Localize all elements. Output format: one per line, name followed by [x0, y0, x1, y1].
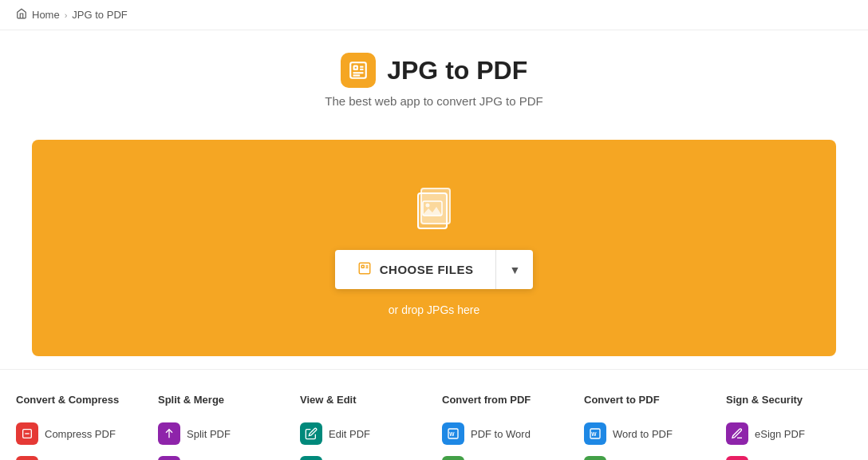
- tool-icon: W: [442, 422, 464, 445]
- tool-item[interactable]: Split PDF: [158, 417, 284, 450]
- tool-label: Split PDF: [187, 428, 231, 440]
- tool-icon: [300, 456, 322, 460]
- tool-category: View & EditEdit PDFPDF Reader: [300, 394, 426, 460]
- svg-text:W: W: [449, 431, 455, 437]
- tool-icon: [158, 456, 180, 460]
- tool-category-title: Sign & Security: [726, 394, 852, 406]
- tool-icon: [158, 422, 180, 445]
- home-icon: [16, 8, 27, 22]
- tool-item[interactable]: Unlock PDF: [726, 450, 852, 460]
- breadcrumb-home[interactable]: Home: [32, 9, 60, 21]
- svg-rect-10: [359, 263, 370, 274]
- tool-item[interactable]: Merge PDF: [158, 450, 284, 460]
- tool-label: eSign PDF: [755, 428, 805, 440]
- page-subtitle: The best web app to convert JPG to PDF: [16, 94, 852, 108]
- tool-item[interactable]: Edit PDF: [300, 417, 426, 450]
- choose-files-button-group[interactable]: CHOOSE FILES ▼: [335, 250, 534, 289]
- tool-category: Split & MergeSplit PDFMerge PDF: [158, 394, 284, 460]
- drop-zone-wrapper: CHOOSE FILES ▼ or drop JPGs here: [0, 124, 868, 369]
- tool-category-title: View & Edit: [300, 394, 426, 406]
- tool-category: Convert to PDFWWord to PDFXExcel to PDF: [584, 394, 710, 460]
- tool-label: PDF to Word: [471, 428, 531, 440]
- tool-icon: X: [584, 456, 606, 460]
- svg-rect-1: [353, 66, 357, 69]
- drop-zone[interactable]: CHOOSE FILES ▼ or drop JPGs here: [32, 140, 836, 356]
- tool-category: Sign & SecurityeSign PDFUnlock PDF: [726, 394, 852, 460]
- tool-label: Word to PDF: [613, 428, 673, 440]
- tool-icon: [16, 456, 38, 460]
- breadcrumb-current: JPG to PDF: [72, 9, 127, 21]
- choose-files-dropdown-button[interactable]: ▼: [495, 250, 533, 289]
- tool-item[interactable]: XPDF to Excel: [442, 450, 568, 460]
- tool-item[interactable]: WPDF to Word: [442, 417, 568, 450]
- tool-category-title: Convert & Compress: [16, 394, 142, 406]
- tool-category: Convert from PDFWPDF to WordXPDF to Exce…: [442, 394, 568, 460]
- tool-icon: [726, 422, 748, 445]
- tool-icon: [726, 456, 748, 460]
- app-icon: [341, 53, 376, 88]
- choose-files-label: CHOOSE FILES: [380, 263, 474, 276]
- drop-hint: or drop JPGs here: [389, 303, 479, 316]
- tool-icon: [16, 422, 38, 445]
- tool-category-title: Split & Merge: [158, 394, 284, 406]
- page-header: JPG to PDF The best web app to convert J…: [0, 30, 868, 124]
- tool-icon: X: [442, 456, 464, 460]
- tool-category-title: Convert from PDF: [442, 394, 568, 406]
- page-title: JPG to PDF: [387, 56, 527, 85]
- drop-icon: [406, 180, 462, 236]
- tool-item[interactable]: XExcel to PDF: [584, 450, 710, 460]
- tool-icon: W: [584, 422, 606, 445]
- tool-item[interactable]: PDF Reader: [300, 450, 426, 460]
- svg-text:W: W: [591, 431, 597, 437]
- svg-rect-11: [361, 265, 364, 268]
- tool-item[interactable]: Compress PDF: [16, 417, 142, 450]
- tool-item[interactable]: PDF Converter: [16, 450, 142, 460]
- choose-files-button[interactable]: CHOOSE FILES: [335, 250, 496, 289]
- tool-label: Compress PDF: [45, 428, 116, 440]
- tool-category-title: Convert to PDF: [584, 394, 710, 406]
- choose-files-icon: [357, 261, 372, 278]
- breadcrumb: Home › JPG to PDF: [0, 0, 868, 30]
- tool-item[interactable]: eSign PDF: [726, 417, 852, 450]
- svg-point-9: [426, 204, 430, 208]
- breadcrumb-separator: ›: [65, 10, 68, 20]
- tool-category: Convert & CompressCompress PDFPDF Conver…: [16, 394, 142, 460]
- tool-item[interactable]: WWord to PDF: [584, 417, 710, 450]
- tool-icon: [300, 422, 322, 445]
- tools-section: Convert & CompressCompress PDFPDF Conver…: [0, 369, 868, 460]
- tool-label: Edit PDF: [329, 428, 370, 440]
- chevron-down-icon: ▼: [509, 264, 520, 276]
- tools-grid: Convert & CompressCompress PDFPDF Conver…: [16, 394, 852, 460]
